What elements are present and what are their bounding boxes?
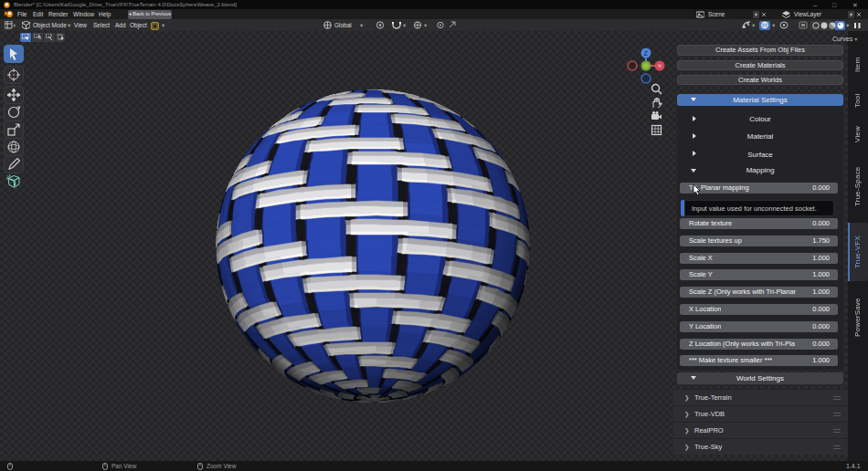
svg-text:Z: Z — [644, 50, 649, 57]
